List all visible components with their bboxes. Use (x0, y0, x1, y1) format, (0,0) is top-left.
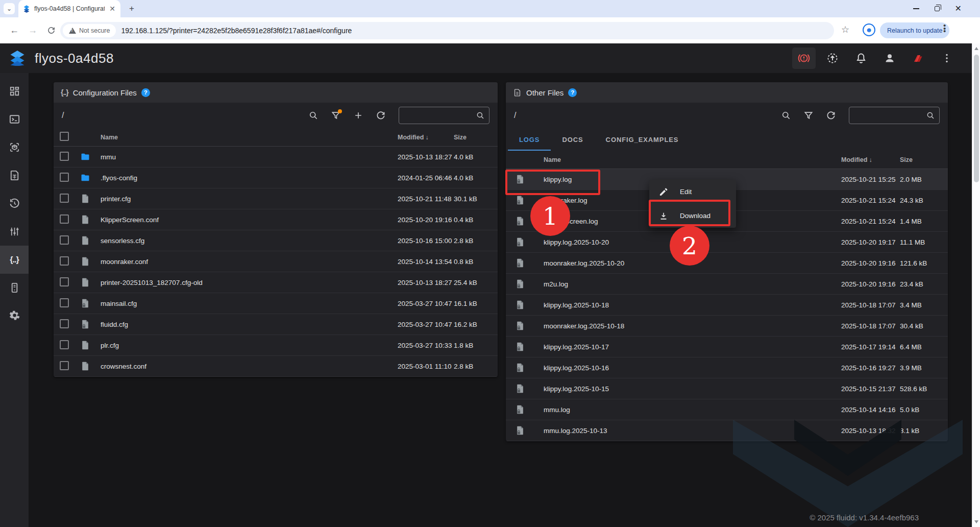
search-button[interactable] (777, 107, 795, 124)
menu-item-label: Edit (680, 188, 692, 196)
row-checkbox[interactable] (60, 214, 69, 224)
search-button[interactable] (305, 107, 322, 124)
table-row[interactable]: KlipperScreen.conf 2025-10-20 19:16 0.4 … (54, 209, 498, 230)
sidebar-item-configuration[interactable]: {..} (0, 246, 29, 274)
row-checkbox[interactable] (60, 256, 69, 266)
account-button[interactable] (878, 47, 901, 69)
column-name[interactable]: Name (101, 134, 398, 141)
table-row[interactable]: moonraker.conf 2025-10-14 13:54 0.8 kB (54, 251, 498, 272)
sidebar-item-jobs[interactable] (0, 161, 29, 189)
table-row[interactable]: printer-20251013_182707.cfg-old 2025-10-… (54, 272, 498, 293)
file-name: mmu.log (544, 406, 841, 414)
browser-profile-icon[interactable]: ☻ (863, 23, 875, 36)
back-button[interactable]: ← (8, 24, 20, 36)
table-row[interactable]: mmu 2025-10-13 18:27 4.0 kB (54, 147, 498, 167)
row-checkbox[interactable] (60, 194, 69, 203)
reload-button[interactable] (45, 24, 57, 36)
new-tab-button[interactable]: + (127, 4, 137, 14)
row-checkbox[interactable] (60, 173, 69, 182)
window-minimize-button[interactable] (913, 8, 919, 9)
row-checkbox[interactable] (60, 340, 69, 349)
row-checkbox[interactable] (60, 235, 69, 245)
sidebar-item-settings[interactable] (0, 302, 29, 330)
select-all-checkbox[interactable] (60, 132, 69, 141)
table-row[interactable]: plr.cfg 2025-03-27 10:33 1.8 kB (54, 335, 498, 356)
file-size: 16.2 kB (454, 321, 491, 328)
not-secure-warning-icon (69, 28, 76, 34)
table-row[interactable]: klippy.log.2025-10-17 2025-10-17 19:14 6… (506, 337, 948, 357)
column-name[interactable]: Name (544, 156, 841, 163)
tab-search-button[interactable]: ⌄ (4, 3, 15, 14)
column-modified[interactable]: Modified↓ (398, 134, 454, 141)
page-scrollbar[interactable] (972, 43, 980, 527)
sidebar-item-system[interactable] (0, 274, 29, 302)
table-row[interactable]: mainsail.cfg 2025-03-27 10:47 16.1 kB (54, 293, 498, 314)
tab-close-icon[interactable]: ✕ (108, 5, 116, 13)
fluidd-app: flyos-0a4d58 {..} {..} Configuration Fil… (0, 43, 972, 527)
table-row[interactable]: sensorless.cfg 2025-10-16 15:00 2.8 kB (54, 230, 498, 251)
sidebar-item-dashboard[interactable] (0, 77, 29, 105)
bookmark-star-icon[interactable]: ☆ (841, 24, 849, 35)
tab-config_examples[interactable]: CONFIG_EXAMPLES (595, 128, 690, 151)
sidebar-item-gcode-preview[interactable] (0, 133, 29, 161)
table-row[interactable]: klippy.log.2025-10-15 2025-10-15 21:37 5… (506, 378, 948, 399)
add-file-button[interactable] (350, 107, 367, 124)
table-row[interactable]: klippy.log.2025-10-18 2025-10-18 17:07 3… (506, 295, 948, 316)
column-size[interactable]: Size (900, 156, 941, 163)
row-checkbox[interactable] (60, 277, 69, 286)
other-search-field[interactable] (849, 107, 940, 124)
column-modified[interactable]: Modified↓ (841, 156, 900, 163)
row-checkbox[interactable] (60, 319, 69, 328)
row-checkbox[interactable] (60, 152, 69, 161)
software-update-button[interactable] (821, 47, 844, 69)
file-modified: 2025-10-18 17:07 (841, 301, 900, 309)
table-row[interactable]: crowsnest.conf 2025-03-01 11:10 2.8 kB (54, 356, 498, 377)
row-checkbox[interactable] (60, 298, 69, 307)
scrollbar-thumb[interactable] (974, 55, 979, 182)
help-icon[interactable]: ? (141, 88, 150, 97)
table-row[interactable]: mmu.log.2025-10-13 2025-10-13 18:32 3.1 … (506, 420, 948, 441)
brand-icon (912, 52, 924, 64)
sidebar-item-console[interactable] (0, 105, 29, 133)
notifications-button[interactable] (849, 47, 873, 69)
forward-button[interactable]: → (27, 24, 39, 36)
sidebar-item-history[interactable] (0, 189, 29, 218)
other-search-input[interactable] (853, 112, 926, 119)
scroll-down-arrow[interactable] (974, 520, 978, 523)
table-row[interactable]: moonraker.log.2025-10-18 2025-10-18 17:0… (506, 316, 948, 337)
window-restore-button[interactable] (935, 6, 940, 11)
table-row[interactable]: fluidd.cfg 2025-03-27 10:47 16.2 kB (54, 314, 498, 335)
file-name: printer-20251013_182707.cfg-old (101, 279, 398, 286)
config-search-field[interactable] (399, 107, 489, 124)
address-bar[interactable]: Not secure 192.168.1.125/?printer=24282e… (60, 22, 834, 39)
tab-logs[interactable]: LOGS (508, 128, 551, 151)
table-row[interactable]: klippy.log.2025-10-16 2025-10-16 19:27 3… (506, 357, 948, 378)
file-size: 0.8 kB (454, 258, 491, 266)
table-row[interactable]: m2u.log 2025-10-20 19:16 23.4 kB (506, 274, 948, 295)
filter-button[interactable] (800, 107, 817, 124)
table-row[interactable]: .flyos-config 2024-01-25 06:46 4.0 kB (54, 167, 498, 188)
table-row[interactable]: klippy.log.2025-10-20 2025-10-20 19:17 1… (506, 232, 948, 253)
relaunch-button[interactable]: Relaunch to update (880, 22, 949, 38)
scroll-up-arrow[interactable] (974, 47, 978, 50)
row-checkbox[interactable] (60, 361, 69, 370)
column-size[interactable]: Size (454, 134, 491, 141)
help-icon[interactable]: ? (568, 88, 577, 97)
refresh-button[interactable] (822, 107, 840, 124)
refresh-button[interactable] (372, 107, 389, 124)
security-chip[interactable]: Not secure (63, 24, 116, 37)
overflow-menu-button[interactable] (935, 47, 959, 69)
table-row[interactable]: mmu.log 2025-10-14 14:16 5.0 kB (506, 399, 948, 420)
sidebar-item-tune[interactable] (0, 218, 29, 246)
window-close-button[interactable]: ✕ (955, 5, 962, 13)
brand-button[interactable] (906, 47, 930, 69)
document-icon (513, 88, 522, 97)
tab-docs[interactable]: DOCS (551, 128, 594, 151)
table-row[interactable]: printer.cfg 2025-10-21 11:48 30.1 kB (54, 188, 498, 209)
table-row[interactable]: moonraker.log.2025-10-20 2025-10-20 19:1… (506, 253, 948, 274)
browser-menu-icon[interactable]: ••• (943, 24, 946, 33)
filter-button[interactable] (327, 107, 345, 124)
emergency-stop-button[interactable] (792, 47, 816, 69)
config-search-input[interactable] (403, 112, 476, 119)
browser-tab[interactable]: flyos-0a4d58 | Configuration ✕ (18, 0, 120, 17)
